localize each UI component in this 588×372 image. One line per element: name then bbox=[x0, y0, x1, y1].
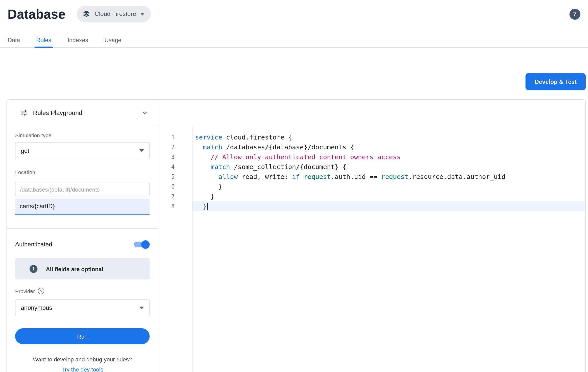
text-cursor bbox=[207, 203, 208, 210]
provider-value: anonymous bbox=[21, 305, 52, 311]
code-line[interactable]: allow read, write: if request.auth.uid =… bbox=[192, 172, 585, 182]
provider-select[interactable]: anonymous bbox=[15, 299, 150, 316]
panel-divider bbox=[7, 228, 158, 229]
line-numbers: 12345678 bbox=[158, 126, 192, 372]
line-number: 7 bbox=[158, 192, 175, 201]
develop-test-button[interactable]: Develop & Test bbox=[526, 73, 586, 90]
firebase-database-page: Database Cloud Firestore ? Data Rules In… bbox=[0, 0, 588, 372]
line-number: 5 bbox=[158, 172, 175, 182]
page-header: Database Cloud Firestore ? bbox=[0, 0, 588, 24]
code-line[interactable]: match /some_collection/{document} { bbox=[192, 162, 585, 172]
code-line[interactable]: } bbox=[192, 192, 585, 201]
line-number: 3 bbox=[158, 152, 175, 162]
rules-card: Rules Playground Simulation type get bbox=[7, 99, 586, 372]
line-number: 8 bbox=[158, 201, 175, 211]
run-button[interactable]: Run bbox=[15, 328, 150, 344]
info-icon: i bbox=[30, 265, 38, 273]
line-number: 4 bbox=[158, 162, 175, 172]
tab-rules[interactable]: Rules bbox=[36, 33, 51, 48]
dev-tools-link[interactable]: Try the dev tools bbox=[7, 366, 158, 372]
authenticated-toggle[interactable] bbox=[132, 240, 150, 249]
page-title: Database bbox=[8, 7, 65, 21]
code-line[interactable]: } bbox=[192, 201, 585, 211]
code-area[interactable]: service cloud.firestore { match /databas… bbox=[192, 126, 585, 372]
info-banner-text: All fields are optional bbox=[46, 266, 104, 272]
product-selector-label: Cloud Firestore bbox=[95, 11, 136, 17]
dropdown-caret-icon bbox=[139, 307, 144, 309]
toggle-thumb bbox=[141, 240, 150, 249]
location-base-input[interactable] bbox=[15, 182, 150, 196]
tab-bar: Data Rules Indexes Usage bbox=[0, 33, 588, 48]
line-number: 1 bbox=[158, 132, 175, 142]
rules-playground-panel: Simulation type get Location Authenticat… bbox=[7, 126, 158, 372]
tab-data[interactable]: Data bbox=[8, 33, 20, 48]
simulation-type-select[interactable]: get bbox=[15, 142, 150, 159]
code-line[interactable]: match /databases/{database}/documents { bbox=[192, 142, 585, 152]
provider-label: Provider bbox=[15, 288, 35, 294]
line-number: 6 bbox=[158, 182, 175, 192]
provider-help-icon[interactable]: ? bbox=[38, 288, 44, 294]
location-label: Location bbox=[15, 169, 150, 175]
rules-playground-header[interactable]: Rules Playground bbox=[7, 100, 158, 126]
dev-tools-text: Want to develop and debug your rules? bbox=[7, 356, 158, 363]
code-line[interactable]: service cloud.firestore { bbox=[192, 132, 585, 142]
tune-icon bbox=[20, 109, 28, 117]
card-header: Rules Playground bbox=[7, 100, 585, 126]
collapse-chevron-icon[interactable] bbox=[141, 109, 149, 117]
location-segment-input[interactable] bbox=[15, 199, 150, 215]
authenticated-row: Authenticated bbox=[7, 240, 158, 249]
product-selector[interactable]: Cloud Firestore bbox=[77, 6, 151, 22]
tab-usage[interactable]: Usage bbox=[105, 33, 121, 48]
question-icon: ? bbox=[573, 11, 577, 17]
rules-playground-title: Rules Playground bbox=[33, 109, 82, 117]
info-banner: i All fields are optional bbox=[15, 258, 150, 280]
actions-row: Develop & Test bbox=[0, 48, 588, 90]
code-line[interactable]: // Allow only authenticated content owne… bbox=[192, 152, 585, 162]
firestore-icon bbox=[82, 10, 90, 18]
rules-editor: 12345678 service cloud.firestore { match… bbox=[158, 126, 585, 372]
editor-toolbar bbox=[158, 100, 585, 126]
simulation-type-label: Simulation type bbox=[15, 132, 150, 138]
card-body: Simulation type get Location Authenticat… bbox=[7, 126, 585, 372]
simulation-type-value: get bbox=[21, 147, 29, 154]
provider-row: Provider ? bbox=[15, 288, 150, 294]
authenticated-label: Authenticated bbox=[15, 241, 52, 248]
tab-indexes[interactable]: Indexes bbox=[68, 33, 88, 48]
dropdown-caret-icon bbox=[139, 149, 144, 152]
line-number: 2 bbox=[158, 142, 175, 152]
code-line[interactable]: } bbox=[192, 182, 585, 192]
help-button[interactable]: ? bbox=[570, 9, 581, 20]
chevron-down-icon bbox=[140, 13, 145, 15]
